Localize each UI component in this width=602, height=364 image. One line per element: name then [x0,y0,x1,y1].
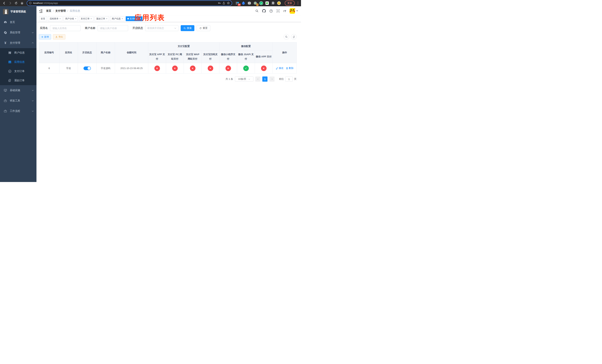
refresh-table-button[interactable] [291,34,297,40]
chat-extension-icon[interactable] [265,1,269,5]
sidebar-item-workflow[interactable]: 工作流程 [0,106,36,116]
tag-merchant-info[interactable]: 商户信息× [110,16,125,21]
browser-menu-icon[interactable] [297,1,299,5]
status-select[interactable]: 请选择开启状态 [145,25,178,31]
breadcrumb-payment[interactable]: 支付管理 [55,9,66,13]
sidebar-item-label: 退款订单 [14,79,34,82]
sidebar-logo[interactable]: 芋道管理系统 [0,6,36,17]
logo-rabbit-icon [3,9,9,14]
help-icon[interactable]: ? [269,9,273,13]
password-key-icon[interactable] [218,1,221,5]
address-bar[interactable]: localhost:1024/pay/app [27,1,232,6]
merchant-name-input[interactable] [97,25,128,31]
page-content: 应用名 商户名称 开启状态 请选择开启状态 搜索 重置 [36,22,301,182]
show-search-button[interactable] [284,34,289,40]
cell-app-id: 6 [39,63,59,74]
next-page-button[interactable] [269,76,275,82]
gem-extension-icon[interactable] [241,1,246,5]
export-button[interactable]: 导出 [53,34,65,39]
sidebar-item-label: 应用信息 [14,60,34,64]
sidebar-item-label: 基础设施 [10,89,32,92]
chevron-right-icon [271,78,273,80]
bookmark-star-icon[interactable] [227,1,230,5]
breadcrumb-current: 应用信息 [70,9,80,13]
breadcrumb: 首页 / 支付管理 / 应用信息 [46,9,80,13]
close-icon[interactable]: × [106,17,107,20]
reset-button[interactable]: 重置 [197,25,210,31]
tag-refund-orders[interactable]: 退款订单× [95,16,109,21]
sidebar-item-system[interactable]: 系统管理 [0,27,36,38]
url-path: :1024/pay/app [43,2,58,4]
yuque-extension-icon[interactable]: y [259,1,263,5]
command-extension-icon[interactable] [247,1,251,5]
puzzle-extension-icon[interactable] [271,1,275,5]
table-tools [284,34,297,40]
col-created: 创建时间 [115,43,148,63]
chevron-down-icon [32,89,34,91]
sidebar-item-refund-orders[interactable]: 退款订单 [0,76,36,85]
cell-app-name: 芋道 [59,63,78,74]
share-icon[interactable] [222,2,225,5]
avatar [290,8,295,14]
extension-badge: 1 [256,3,258,6]
extension-badge: 10 [238,3,241,6]
fullscreen-icon[interactable] [276,9,280,13]
browser-update-button[interactable]: 更新 [285,0,295,6]
timer-extension-icon[interactable]: 1 [253,1,257,5]
browser-back-icon[interactable] [2,1,7,6]
edit-link[interactable]: 修改 [276,66,284,70]
col-wx-jsapi: 微信 JSAPI 支付 [237,50,255,63]
close-icon[interactable]: × [122,17,123,20]
sidebar-item-home[interactable]: 首页 [0,17,36,27]
app-name-input[interactable] [50,25,81,31]
search-icon [183,27,186,30]
page-number-button[interactable]: 1 [262,76,268,82]
browser-home-icon[interactable] [20,1,24,6]
tags-view: 首页 流程表单× 用户分组× 支付订单× 退款订单× 商户信息× 应用信息× [36,16,301,22]
prev-page-button[interactable] [255,76,260,82]
github-icon[interactable] [262,9,266,13]
tag-pay-orders[interactable]: 支付订单× [79,16,94,21]
goto-page-input[interactable] [285,76,293,82]
breadcrumb-home[interactable]: 首页 [46,9,51,13]
browser-reload-icon[interactable] [14,1,19,6]
add-button[interactable]: 新增 [39,34,51,39]
font-size-icon[interactable]: TT [283,10,286,13]
sidebar-item-payment[interactable]: ¥ 支付管理 [0,38,36,48]
close-icon[interactable]: × [75,17,76,20]
delete-link[interactable]: 删除 [286,66,294,70]
sidebar-item-pay-orders[interactable]: ¥ 支付订单 [0,67,36,76]
sidebar-item-dev-tools[interactable]: 研发工具 [0,96,36,106]
toolbox-icon [4,99,7,102]
hamburger-icon[interactable] [39,9,43,13]
sidebar-item-label: 支付管理 [10,41,32,45]
close-icon[interactable]: × [59,17,61,20]
apps-table: 应用编号 应用名 开启状态 商户名称 创建时间 支付宝配置 微信配置 操作 支付… [39,42,297,74]
url-host: localhost [33,2,43,4]
bookmarks-extension-icon[interactable]: 10 [236,1,239,5]
merchant-name-label: 商户名称 [85,26,95,30]
tag-home[interactable]: 首页 [39,16,47,21]
search-icon[interactable] [255,9,259,13]
alipay-pc-pay-status: × [172,65,178,71]
status-toggle[interactable] [84,66,91,70]
page-size-select[interactable]: 10条/页 [235,76,253,82]
sidebar-item-app-info[interactable]: 应用信息 [0,57,36,67]
pagination: 共 1 条 10条/页 1 前往 页 [39,76,297,82]
sidebar-item-merchant-info[interactable]: 商户信息 [0,48,36,57]
sidebar-item-infrastructure[interactable]: 基础设施 [0,85,36,96]
emoji-extension-icon[interactable] [277,1,281,5]
tag-user-group[interactable]: 用户分组× [64,16,78,21]
site-info-icon[interactable] [29,2,32,4]
briefcase-icon [4,109,7,113]
filter-form: 应用名 商户名称 开启状态 请选择开启状态 搜索 重置 [39,25,297,31]
search-button[interactable]: 搜索 [181,25,194,31]
col-alipay-pc: 支付宝 PC 网站支付 [166,50,184,63]
sidebar-item-label: 首页 [10,21,34,24]
close-icon[interactable]: × [91,17,92,20]
tag-process-form[interactable]: 流程表单× [48,16,62,21]
user-menu[interactable] [290,8,298,14]
col-actions: 操作 [273,43,297,63]
browser-forward-icon[interactable] [8,1,13,6]
payment-submenu: 商户信息 应用信息 ¥ 支付订单 退款订单 [0,48,36,85]
